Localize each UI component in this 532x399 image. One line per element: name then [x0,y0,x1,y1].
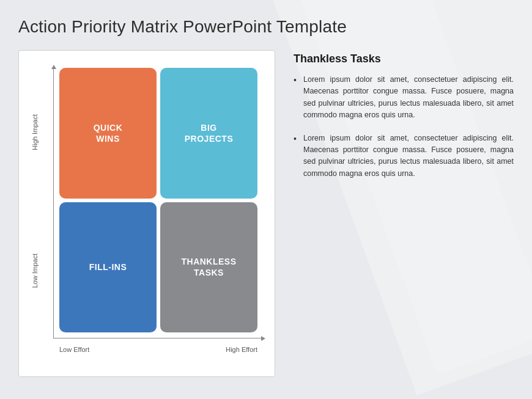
list-item-1-text: Lorem ipsum dolor sit amet, consectetuer… [303,75,514,119]
content-area: High Impact Low Impact QUICKWINS BIGPROJ… [18,50,514,377]
description-list: Lorem ipsum dolor sit amet, consectetuer… [294,74,514,180]
y-high-impact-label: High Impact [31,114,39,150]
list-item-1: Lorem ipsum dolor sit amet, consectetuer… [294,74,514,122]
chart-area: High Impact Low Impact QUICKWINS BIGPROJ… [31,63,262,358]
list-item-2: Lorem ipsum dolor sit amet, consectetuer… [294,133,514,180]
quadrant-big-projects: BIGPROJECTS [160,68,257,199]
description-panel: Thankless Tasks Lorem ipsum dolor sit am… [294,50,514,377]
y-label-high: High Impact [31,63,53,202]
y-axis-line [53,68,54,339]
description-title: Thankless Tasks [294,53,514,65]
y-axis-labels: High Impact Low Impact [31,63,53,340]
x-axis-labels: Low Effort High Effort [59,346,257,353]
matrix-panel: High Impact Low Impact QUICKWINS BIGPROJ… [18,50,275,377]
list-item-2-text: Lorem ipsum dolor sit amet, consectetuer… [303,134,514,178]
quadrant-fill-ins: FILL-INS [59,202,157,333]
quadrant-thankless-tasks: THANKLESSTASKS [160,202,257,333]
y-label-low: Low Impact [31,202,53,340]
x-low-effort-label: Low Effort [59,346,89,353]
y-low-impact-label: Low Impact [31,254,39,288]
x-high-effort-label: High Effort [226,346,257,353]
x-axis-line [53,338,262,339]
page-title: Action Priority Matrix PowerPoint Templa… [18,17,514,37]
quadrant-quick-wins: QUICKWINS [59,68,157,199]
matrix-grid: QUICKWINS BIGPROJECTS FILL-INS THANKLESS… [59,68,257,332]
